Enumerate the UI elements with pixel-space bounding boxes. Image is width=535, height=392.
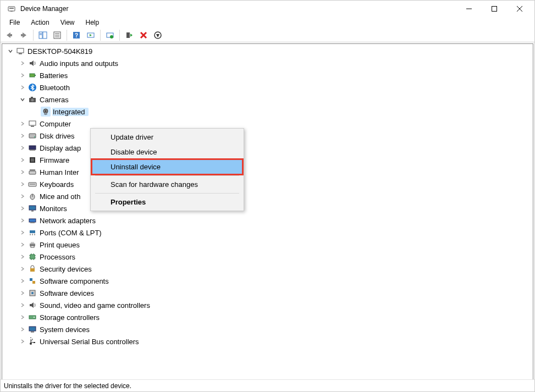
chevron-right-icon[interactable] xyxy=(19,156,26,164)
tree-item-label: Software components xyxy=(39,277,109,285)
svg-rect-73 xyxy=(29,327,36,331)
menu-action[interactable]: Action xyxy=(25,18,54,27)
chevron-right-icon[interactable] xyxy=(19,277,26,285)
chevron-right-icon[interactable] xyxy=(19,144,26,152)
tree-item-network[interactable]: Network adapters xyxy=(2,214,533,227)
help-button[interactable]: ? xyxy=(70,29,83,41)
svg-rect-4 xyxy=(492,7,497,12)
svg-point-38 xyxy=(31,99,34,102)
device-tree[interactable]: DESKTOP-504K819 Audio inputs and outputs… xyxy=(2,43,533,383)
tree-item-print-queues[interactable]: Print queues xyxy=(2,239,533,251)
svg-rect-71 xyxy=(29,316,36,319)
tree-item-label: Mice and oth xyxy=(39,192,80,201)
audio-icon xyxy=(27,58,37,68)
chevron-right-icon[interactable] xyxy=(19,301,26,309)
tree-item-display-adapters[interactable]: Display adap xyxy=(2,142,533,154)
ctx-update-driver[interactable]: Update driver xyxy=(92,130,242,145)
tree-item-usb-controllers[interactable]: Universal Serial Bus controllers xyxy=(2,335,533,347)
chevron-right-icon[interactable] xyxy=(19,241,26,249)
tree-item-cameras[interactable]: Cameras xyxy=(2,93,533,106)
tree-item-storage-controllers[interactable]: Storage controllers xyxy=(2,311,533,323)
svg-point-69 xyxy=(31,292,34,294)
maximize-button[interactable] xyxy=(482,1,507,17)
minimize-button[interactable] xyxy=(456,1,482,17)
tree-item-firmware[interactable]: Firmware xyxy=(2,154,533,166)
update-driver-button[interactable] xyxy=(103,29,117,41)
enable-device-button[interactable] xyxy=(123,29,136,41)
tree-item-audio[interactable]: Audio inputs and outputs xyxy=(2,57,533,69)
chevron-right-icon[interactable] xyxy=(19,229,26,236)
tree-item-monitors[interactable]: Monitors xyxy=(2,202,533,214)
menu-help[interactable]: Help xyxy=(80,18,105,27)
disk-icon xyxy=(27,131,37,141)
svg-rect-62 xyxy=(31,242,34,244)
tree-item-bluetooth[interactable]: Bluetooth xyxy=(2,81,533,93)
ctx-uninstall-device[interactable]: Uninstall device xyxy=(92,159,242,174)
properties-button[interactable] xyxy=(51,29,64,41)
tree-item-batteries[interactable]: Batteries xyxy=(2,69,533,81)
close-button[interactable] xyxy=(507,1,532,17)
toolbar-separator xyxy=(100,30,101,41)
webcam-icon xyxy=(41,107,51,117)
scan-hardware-button[interactable] xyxy=(84,29,97,41)
tree-item-keyboards[interactable]: Keyboards xyxy=(2,178,533,190)
chevron-right-icon[interactable] xyxy=(19,325,26,333)
svg-marker-33 xyxy=(30,60,34,66)
tree-item-mice[interactable]: Mice and oth xyxy=(2,190,533,202)
chevron-right-icon[interactable] xyxy=(19,192,26,200)
chevron-down-icon[interactable] xyxy=(7,47,14,55)
tree-item-computer[interactable]: Computer xyxy=(2,118,533,130)
tree-item-sound-video-game[interactable]: Sound, video and game controllers xyxy=(2,299,533,311)
chevron-right-icon[interactable] xyxy=(19,313,26,321)
tree-item-system-devices[interactable]: System devices xyxy=(2,323,533,335)
tree-item-disk-drives[interactable]: Disk drives xyxy=(2,130,533,142)
ctx-properties[interactable]: Properties xyxy=(92,195,242,209)
chevron-right-icon[interactable] xyxy=(19,84,26,91)
tree-item-processors[interactable]: Processors xyxy=(2,251,533,263)
svg-rect-51 xyxy=(30,169,35,171)
chevron-right-icon[interactable] xyxy=(19,120,26,128)
tree-item-hid[interactable]: Human Inter xyxy=(2,166,533,178)
tree-item-label: Security devices xyxy=(39,265,92,273)
svg-line-5 xyxy=(517,6,522,12)
chevron-right-icon[interactable] xyxy=(19,71,26,79)
chevron-right-icon[interactable] xyxy=(19,265,26,273)
menu-file[interactable]: File xyxy=(4,18,25,27)
tree-item-ports[interactable]: Ports (COM & LPT) xyxy=(2,227,533,239)
chevron-down-icon[interactable] xyxy=(19,96,26,103)
chevron-right-icon[interactable] xyxy=(19,168,26,176)
menu-view[interactable]: View xyxy=(55,18,80,27)
tree-root[interactable]: DESKTOP-504K819 xyxy=(2,45,533,57)
battery-icon xyxy=(27,70,37,80)
back-button[interactable] xyxy=(3,29,16,41)
svg-rect-76 xyxy=(34,342,35,343)
ctx-scan-hardware[interactable]: Scan for hardware changes xyxy=(92,177,242,192)
chevron-right-icon[interactable] xyxy=(19,217,26,224)
chevron-right-icon[interactable] xyxy=(19,205,26,212)
chevron-right-icon[interactable] xyxy=(19,132,26,140)
show-hide-console-tree-button[interactable] xyxy=(36,29,49,41)
tree-item-software-devices[interactable]: Software devices xyxy=(2,287,533,299)
chevron-right-icon[interactable] xyxy=(19,289,26,297)
svg-rect-34 xyxy=(30,74,35,77)
disable-device-button[interactable] xyxy=(151,29,164,41)
toolbar: ? xyxy=(1,28,534,42)
ports-icon xyxy=(27,228,37,238)
chevron-right-icon[interactable] xyxy=(19,338,26,345)
chevron-right-icon[interactable] xyxy=(19,253,26,261)
tree-item-label: Network adapters xyxy=(39,217,96,225)
computer-icon xyxy=(15,46,25,56)
uninstall-device-button[interactable] xyxy=(137,29,150,41)
chevron-right-icon[interactable] xyxy=(19,180,26,188)
svg-marker-26 xyxy=(130,34,133,37)
window-controls xyxy=(456,1,532,17)
ctx-disable-device[interactable]: Disable device xyxy=(92,145,242,159)
svg-marker-30 xyxy=(156,34,159,37)
svg-rect-35 xyxy=(35,75,36,76)
tree-item-security[interactable]: Security devices xyxy=(2,263,533,275)
chevron-right-icon[interactable] xyxy=(19,59,26,67)
tree-item-software-components[interactable]: Software components xyxy=(2,275,533,287)
forward-button[interactable] xyxy=(17,29,30,41)
tree-item-integrated-webcam[interactable]: Integrated xyxy=(2,106,533,118)
svg-rect-67 xyxy=(32,281,35,284)
